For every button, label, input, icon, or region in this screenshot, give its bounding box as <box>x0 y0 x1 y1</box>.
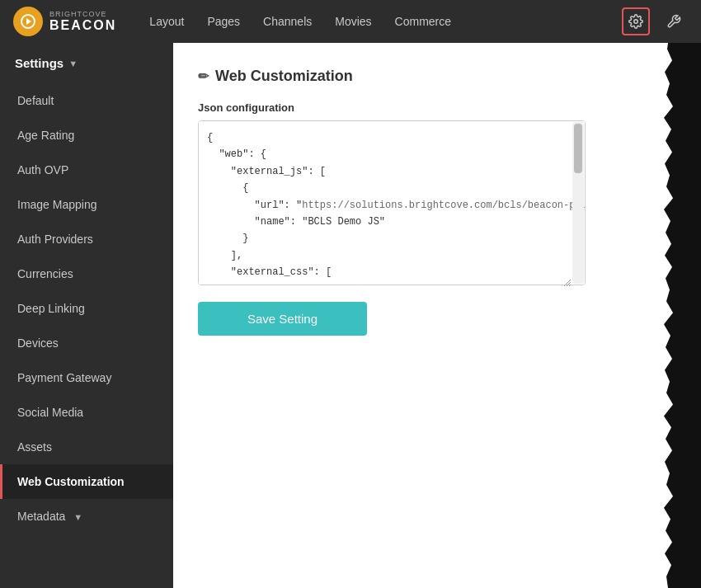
sidebar-item-auth-ovp[interactable]: Auth OVP <box>0 153 173 187</box>
save-setting-button[interactable]: Save Setting <box>198 302 367 336</box>
scrollbar-track[interactable] <box>572 122 584 284</box>
json-line-9: "external_css": [ <box>207 264 562 280</box>
settings-section-header[interactable]: Settings ▼ <box>0 43 173 83</box>
sidebar-item-social-media[interactable]: Social Media <box>0 395 173 430</box>
beacon-label: BEACON <box>49 18 116 33</box>
svg-line-5 <box>569 285 571 286</box>
pencil-icon: ✏ <box>198 68 209 84</box>
nav-icons <box>622 7 688 35</box>
brightcove-label: brightcove <box>49 10 116 18</box>
json-line-3: "external_js": [ <box>207 163 562 180</box>
sidebar-item-metadata[interactable]: Metadata ▼ <box>0 499 173 534</box>
content-area: ✏ Web Customization Json configuration {… <box>173 43 701 588</box>
section-title: ✏ Web Customization <box>198 68 676 85</box>
nav-layout[interactable]: Layout <box>149 15 184 28</box>
nav-movies[interactable]: Movies <box>335 15 371 28</box>
textarea-resize-handle[interactable] <box>562 275 572 285</box>
settings-gear-button[interactable] <box>622 7 650 35</box>
logo-text: brightcove BEACON <box>49 10 116 33</box>
nav-commerce[interactable]: Commerce <box>395 15 451 28</box>
sidebar-item-default[interactable]: Default <box>0 83 173 118</box>
json-line-10: { <box>207 281 562 285</box>
logo-icon <box>13 7 43 36</box>
json-line-5: "url": "https://solutions.brightcove.com… <box>207 197 562 214</box>
main-layout: Settings ▼ Default Age Rating Auth OVP I… <box>0 43 701 588</box>
json-line-4: { <box>207 180 562 196</box>
svg-point-2 <box>634 20 638 24</box>
json-line-8: ], <box>207 247 562 264</box>
settings-label: Settings <box>15 56 64 70</box>
sidebar-item-payment-gateway[interactable]: Payment Gateway <box>0 360 173 395</box>
sidebar-item-devices[interactable]: Devices <box>0 326 173 360</box>
sidebar-item-currencies[interactable]: Currencies <box>0 256 173 291</box>
sidebar: Settings ▼ Default Age Rating Auth OVP I… <box>0 43 173 588</box>
sidebar-item-deep-linking[interactable]: Deep Linking <box>0 291 173 326</box>
svg-marker-1 <box>26 18 31 25</box>
nav-channels[interactable]: Channels <box>263 15 312 28</box>
json-line-6: "name": "BCLS Demo JS" <box>207 214 562 230</box>
json-line-2: "web": { <box>207 146 562 162</box>
json-line-1: { <box>207 129 562 146</box>
json-config-textarea[interactable]: { "web": { "external_js": [ { "url": "ht… <box>198 120 586 285</box>
metadata-arrow: ▼ <box>73 512 82 522</box>
wrench-button[interactable] <box>660 7 688 35</box>
sidebar-item-age-rating[interactable]: Age Rating <box>0 118 173 153</box>
nav-pages[interactable]: Pages <box>207 15 240 28</box>
json-config-label: Json configuration <box>198 101 676 114</box>
logo-area: brightcove BEACON <box>13 7 116 36</box>
json-line-7: } <box>207 230 562 247</box>
sidebar-item-web-customization[interactable]: Web Customization <box>0 464 173 499</box>
svg-marker-6 <box>664 43 701 588</box>
torn-edge-decoration <box>643 43 701 588</box>
nav-links: Layout Pages Channels Movies Commerce <box>149 15 622 28</box>
sidebar-item-image-mapping[interactable]: Image Mapping <box>0 187 173 222</box>
settings-arrow: ▼ <box>68 59 78 68</box>
top-nav: brightcove BEACON Layout Pages Channels … <box>0 0 701 43</box>
sidebar-item-auth-providers[interactable]: Auth Providers <box>0 222 173 256</box>
scrollbar-thumb[interactable] <box>574 124 582 173</box>
sidebar-item-assets[interactable]: Assets <box>0 430 173 464</box>
